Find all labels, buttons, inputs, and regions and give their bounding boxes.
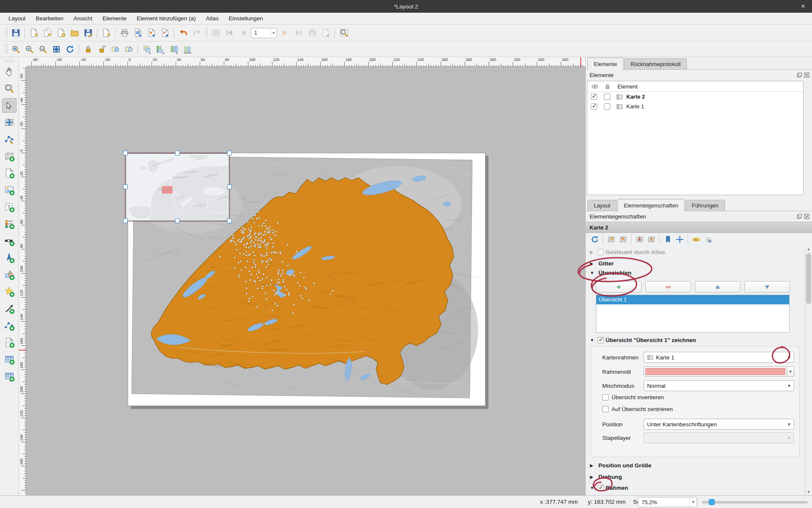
select-move-tool-icon[interactable] — [2, 98, 16, 113]
save-as-template-icon[interactable] — [82, 27, 94, 39]
print-atlas-icon[interactable] — [306, 27, 318, 39]
element-row[interactable]: Karte 1 — [587, 102, 803, 111]
tab-rücknahmeprotokoll[interactable]: Rücknahmeprotokoll — [624, 58, 687, 70]
add-shape-icon[interactable] — [2, 268, 16, 282]
close-panel-icon[interactable] — [804, 72, 809, 78]
pan-tool-icon[interactable] — [2, 64, 16, 79]
add-legend-icon[interactable] — [2, 217, 16, 231]
view-extent-icon[interactable] — [617, 234, 628, 245]
toolbar-grip[interactable] — [4, 59, 15, 62]
selection-handle[interactable] — [123, 185, 128, 189]
element-row[interactable]: Karte 2 — [587, 92, 803, 102]
unlock-items-icon[interactable] — [95, 43, 108, 55]
add-attribute-table-icon[interactable] — [2, 352, 16, 367]
scroll-up-icon[interactable]: ▲ — [805, 246, 812, 252]
add-north-arrow-icon[interactable] — [2, 251, 16, 265]
section-overviews[interactable]: ▼ Übersichten — [590, 268, 631, 278]
align-items-icon[interactable] — [154, 43, 167, 55]
center-on-overview-checkbox[interactable] — [602, 406, 609, 412]
clipping-settings-icon[interactable] — [702, 234, 713, 245]
tab-layout[interactable]: Layout — [587, 200, 617, 211]
layout-canvas[interactable]: UNITED KINGDOMGERMANYPOLANDUKRAINEFRANCE… — [26, 67, 585, 495]
add-pages-icon[interactable] — [100, 27, 112, 39]
open-layout-icon[interactable] — [68, 27, 81, 39]
menu-elemente[interactable]: Elemente — [97, 13, 132, 24]
export-image-icon[interactable] — [132, 27, 144, 39]
zoom-out-icon[interactable] — [23, 43, 36, 55]
close-panel-icon[interactable] — [804, 214, 809, 219]
resize-items-icon[interactable] — [181, 43, 194, 55]
view-scale-icon[interactable] — [646, 234, 657, 245]
selection-handle[interactable] — [227, 185, 232, 189]
overview-list-item[interactable]: Übersicht 1 — [596, 295, 789, 304]
zoom-slider-knob[interactable] — [709, 499, 715, 505]
add-html-frame-icon[interactable]: </> — [2, 335, 16, 350]
toolbar-grip[interactable] — [205, 28, 208, 39]
map-frame-combo[interactable]: Karte 1 ▼ — [644, 352, 794, 363]
float-panel-icon[interactable] — [797, 214, 802, 219]
save-layout-icon[interactable] — [9, 27, 22, 39]
set-scale-icon[interactable] — [634, 234, 645, 245]
float-panel-icon[interactable] — [797, 72, 802, 78]
next-feature-icon[interactable] — [279, 27, 291, 39]
add-marker-icon[interactable] — [2, 284, 16, 299]
menu-einstellungen[interactable]: Einstellungen — [224, 13, 268, 24]
selection-handle[interactable] — [123, 218, 128, 223]
menu-bearbeiten[interactable]: Bearbeiten — [31, 13, 69, 24]
zoom-level-combo[interactable]: 75.2% ▼ — [638, 497, 697, 507]
frame-style-color-button[interactable] — [644, 366, 787, 377]
raise-items-icon[interactable] — [140, 43, 153, 55]
refresh-view-icon[interactable] — [63, 43, 76, 55]
scrollbar-thumb[interactable] — [806, 253, 811, 304]
center-on-overview-row[interactable]: Auf Übersicht zentrieren — [602, 406, 673, 412]
close-window-button[interactable]: × — [798, 2, 808, 11]
export-pdf-icon[interactable]: A — [159, 27, 171, 39]
print-icon[interactable] — [118, 27, 131, 39]
layout-manager-icon[interactable] — [55, 27, 67, 39]
zoom-tool-icon[interactable] — [2, 81, 16, 96]
atlas-checkbox[interactable] — [598, 249, 604, 255]
position-combo[interactable]: Unter Kartenbeschriftungen ▼ — [644, 419, 794, 430]
draw-overview-checkbox[interactable] — [598, 337, 604, 343]
add-picture-icon[interactable] — [2, 183, 16, 197]
elements-list[interactable]: Element Karte 2Karte 1 — [587, 81, 804, 195]
remove-overview-button[interactable] — [645, 281, 691, 293]
invert-overview-checkbox[interactable] — [602, 394, 609, 400]
lock-items-icon[interactable] — [82, 43, 94, 55]
menu-element-hinzuf-gen-a-[interactable]: Element hinzufügen (a) — [132, 13, 201, 24]
duplicate-layout-icon[interactable] — [41, 27, 54, 39]
add-page-icon[interactable] — [2, 166, 16, 180]
new-layout-icon[interactable] — [27, 27, 40, 39]
zoom-in-icon[interactable] — [9, 43, 22, 55]
invert-overview-row[interactable]: Übersicht invertieren — [602, 394, 664, 400]
section-rotation[interactable]: ▶ Drehung — [590, 472, 622, 482]
zoom-window-icon[interactable] — [337, 27, 350, 39]
tab-elemente[interactable]: Elemente — [587, 58, 623, 70]
previous-feature-icon[interactable] — [236, 27, 249, 39]
export-svg-icon[interactable] — [145, 27, 158, 39]
tab-elementeigenschaften[interactable]: Elementeigenschaften — [617, 199, 685, 211]
atlas-page-spinbox[interactable]: 1▼ — [251, 28, 277, 38]
edit-nodes-tool-icon[interactable] — [2, 132, 16, 146]
toolbar-grip[interactable] — [5, 28, 8, 39]
zoom-slider[interactable] — [702, 496, 808, 508]
distribute-items-icon[interactable] — [167, 43, 180, 55]
draw-overview-row[interactable]: ▼ Übersicht "Übersicht 1" zeichnen — [590, 335, 696, 345]
move-content-tool-icon[interactable] — [2, 115, 16, 130]
selection-handle[interactable] — [227, 151, 232, 155]
refresh-map-icon[interactable] — [589, 234, 600, 245]
toolbar-grip[interactable] — [5, 44, 8, 55]
move-overview-up-button[interactable] — [695, 281, 741, 293]
menu-layout[interactable]: Layout — [3, 13, 31, 24]
menu-ansicht[interactable]: Ansicht — [69, 13, 97, 24]
add-map-icon[interactable] — [2, 149, 16, 163]
selection-handle[interactable] — [175, 218, 180, 223]
overview-list[interactable]: Übersicht 1 — [596, 295, 790, 333]
first-feature-icon[interactable] — [223, 27, 236, 39]
set-extent-icon[interactable] — [606, 234, 617, 245]
move-overview-down-button[interactable] — [744, 281, 790, 293]
visibility-checkbox[interactable] — [591, 103, 597, 110]
frame-checkbox[interactable] — [598, 485, 604, 491]
redo-icon[interactable] — [190, 27, 203, 39]
section-controlled-by-atlas[interactable]: ▶ Gesteuert durch Atlas — [590, 247, 665, 257]
